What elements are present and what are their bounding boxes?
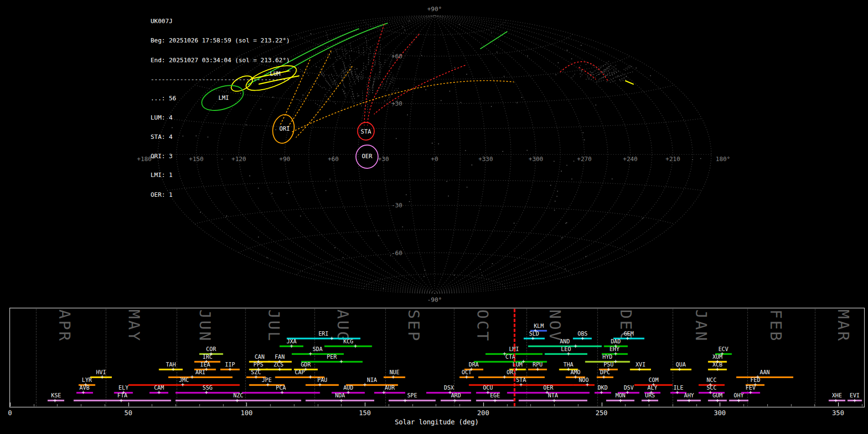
x-tick-minor	[436, 404, 436, 407]
shower-peak-TAH: +	[172, 367, 175, 372]
shower-peak-EVI: +	[853, 398, 856, 403]
x-tick-major	[128, 403, 129, 407]
shower-bar-SPE	[389, 400, 436, 401]
shower-peak-SDA: +	[309, 352, 312, 357]
shower-peak-SZC: +	[254, 375, 258, 380]
shower-peak-PER: +	[339, 359, 343, 365]
shower-peak-NTA: +	[553, 398, 556, 403]
month-line-APR	[36, 309, 37, 407]
month-label-MAY: MAY	[125, 310, 143, 342]
x-tick-minor	[862, 404, 862, 407]
shower-peak-CAP: +	[309, 375, 312, 380]
current-sol-line	[514, 309, 515, 407]
shower-peak-IIP: +	[229, 367, 232, 372]
shower-label-PER: PER	[327, 354, 337, 360]
x-tick-label: 350	[832, 409, 844, 417]
x-tick-minor	[270, 404, 271, 407]
x-tick-label: 300	[714, 409, 726, 417]
shower-peak-SPE: +	[404, 398, 407, 403]
x-tick-major	[720, 403, 720, 407]
shower-peak-ILE: +	[676, 390, 679, 395]
x-tick-minor	[412, 404, 413, 407]
month-label-NOV: NOV	[546, 310, 564, 342]
x-tick-minor	[578, 404, 578, 407]
shower-peak-XHE: +	[834, 398, 838, 403]
shower-peak-GUM: +	[716, 398, 719, 403]
x-tick-minor	[389, 404, 389, 407]
month-label-JUL: JUL	[265, 310, 283, 342]
shower-peak-ARD: +	[453, 398, 457, 403]
shower-peak-OCU: +	[486, 390, 489, 395]
shower-peak-HYD: +	[614, 359, 617, 365]
shower-peak-THA: +	[567, 367, 570, 372]
shower-peak-AHY: +	[687, 398, 691, 403]
shower-peak-LEO: +	[567, 352, 570, 357]
shower-bar-PAU	[306, 384, 339, 386]
shower-peak-JXA: +	[290, 344, 293, 349]
x-axis-label: Solar longitude (deg)	[395, 419, 479, 426]
shower-bar-NOO	[573, 384, 594, 386]
x-tick-major	[365, 403, 366, 407]
x-tick-minor	[649, 404, 649, 407]
x-tick-minor	[199, 404, 200, 407]
shower-peak-OHY: +	[737, 398, 740, 403]
shower-label-CAP: CAP	[295, 370, 305, 375]
shower-peak-SSG: +	[204, 390, 208, 395]
shower-label-AAN: AAN	[760, 370, 770, 375]
x-tick-minor	[152, 404, 152, 407]
shower-peak-AUR: +	[382, 390, 385, 395]
x-tick-minor	[554, 404, 555, 407]
shower-peak-DKD: +	[600, 390, 603, 395]
month-label-MAR: MAR	[834, 310, 853, 342]
shower-bar-LEO	[545, 353, 587, 354]
shower-peak-NUE: +	[392, 375, 395, 380]
shower-bar-KCG	[325, 345, 372, 347]
shower-peak-ZCS: +	[278, 367, 282, 372]
x-tick-label: 250	[596, 409, 608, 417]
shower-peak-OBS: +	[581, 336, 584, 341]
month-label-JAN: JAN	[692, 310, 710, 342]
shower-label-HYD: HYD	[602, 354, 612, 360]
shower-peak-PCA: +	[280, 390, 284, 395]
shower-peak-KSE: +	[53, 398, 56, 403]
x-tick-major	[838, 403, 839, 407]
shower-peak-RPU: +	[536, 367, 539, 372]
shower-label-SDA: SDA	[312, 347, 323, 352]
shower-peak-AND: +	[574, 344, 577, 349]
shower-peak-JMC: +	[181, 382, 184, 388]
x-tick-label: 0	[8, 409, 12, 417]
shower-peak-NOO: +	[585, 382, 589, 388]
shower-label-AND: AND	[560, 339, 570, 344]
x-tick-label: 50	[124, 409, 133, 417]
shower-bar-ARI	[168, 377, 232, 378]
shower-peak-HVI: +	[101, 375, 104, 380]
shower-peak-AVB: +	[81, 390, 85, 395]
x-tick-minor	[294, 404, 294, 407]
x-tick-minor	[57, 404, 58, 407]
month-label-FEB: FEB	[767, 310, 785, 342]
shower-peak-FTA: +	[120, 398, 123, 403]
shower-peak-JPE: +	[266, 382, 270, 388]
x-tick-minor	[105, 404, 105, 407]
month-label-JUN: JUN	[196, 310, 214, 342]
shower-peak-ARI: +	[190, 375, 194, 380]
shower-bar-TAH	[159, 369, 183, 370]
x-tick-minor	[507, 404, 507, 407]
shower-peak-STA: +	[519, 382, 523, 388]
shower-peak-ORI: +	[503, 375, 506, 380]
x-tick-minor	[81, 404, 81, 407]
x-tick-minor	[460, 404, 460, 407]
x-tick-minor	[767, 404, 768, 407]
shower-peak-EHY: +	[614, 352, 617, 357]
x-tick-minor	[791, 404, 791, 407]
x-tick-major	[483, 403, 484, 407]
shower-peak-AUD: +	[347, 390, 350, 395]
shower-bar-ORI	[478, 377, 544, 378]
shower-bar-AAN	[736, 377, 793, 378]
x-tick-minor	[530, 404, 531, 407]
x-tick-label: 150	[359, 409, 371, 417]
month-line-MAR	[815, 309, 815, 407]
shower-peak-NIA: +	[363, 382, 366, 388]
shower-peak-SLD: +	[531, 336, 535, 341]
x-tick-minor	[625, 404, 625, 407]
